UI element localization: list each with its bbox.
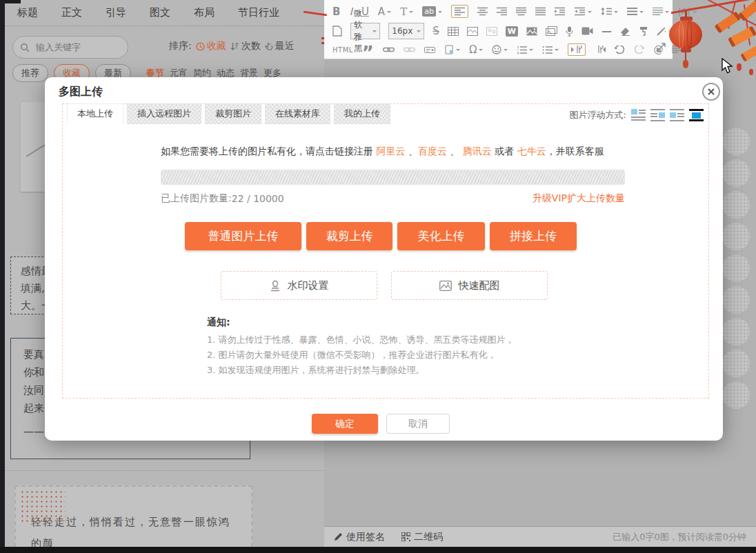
stamp-icon xyxy=(270,280,281,292)
highlight-icon[interactable]: ab xyxy=(422,6,442,17)
quick-picture-button[interactable]: 快速配图 xyxy=(391,271,548,300)
picture-icon xyxy=(439,281,452,291)
word-import-icon[interactable]: W xyxy=(506,26,518,37)
float-mode-label: 图片浮动方式: xyxy=(570,109,626,121)
strikethrough-icon[interactable]: S xyxy=(432,25,439,37)
sort-favorite[interactable]: 收藏 xyxy=(196,40,226,52)
align-right-icon[interactable] xyxy=(497,7,507,16)
menu-item-festival[interactable]: 节日行业 xyxy=(238,6,279,19)
undo-icon[interactable] xyxy=(615,46,625,54)
aliyun-link[interactable]: 阿里云 xyxy=(376,145,405,157)
line-height-icon[interactable] xyxy=(601,7,618,16)
align-center-icon[interactable] xyxy=(477,7,488,16)
tab-local-upload[interactable]: 本地上传 xyxy=(67,103,123,124)
word-count-stats: 已输入0字0图，预计阅读需0分钟 xyxy=(613,531,746,543)
video-icon[interactable] xyxy=(581,27,593,35)
anchor-tag-icon[interactable] xyxy=(424,46,435,54)
sort-desc-icon xyxy=(230,42,239,51)
menu-item-layout[interactable]: 布局 xyxy=(194,6,215,19)
sort-label: 排序: xyxy=(169,40,192,52)
uploaded-count-label: 已上传图片数量: xyxy=(161,192,232,205)
sort-count[interactable]: 次数 xyxy=(230,40,261,52)
logo-fragment xyxy=(321,37,324,39)
format-brush-icon[interactable] xyxy=(639,26,648,36)
baiduyun-link[interactable]: 百度云 xyxy=(418,145,447,157)
redo-icon[interactable] xyxy=(634,46,644,54)
blockquote-icon[interactable]: ” xyxy=(362,50,374,57)
hand-icon xyxy=(265,42,273,51)
float-right-icon[interactable] xyxy=(650,109,665,121)
align-left-icon[interactable] xyxy=(451,5,468,18)
wechat-image-icon[interactable] xyxy=(486,27,497,36)
text-style-icon[interactable]: T xyxy=(400,6,413,18)
bold-icon[interactable]: B xyxy=(332,6,340,18)
remove-indent-icon[interactable] xyxy=(595,46,606,54)
table-icon[interactable] xyxy=(448,27,459,36)
tab-online-library[interactable]: 在线素材库 xyxy=(265,103,330,124)
link-icon[interactable] xyxy=(383,46,395,53)
indent-less-icon[interactable] xyxy=(575,7,592,16)
search-box[interactable] xyxy=(12,36,128,59)
new-document-icon[interactable] xyxy=(332,26,342,37)
align-full-icon[interactable] xyxy=(535,7,546,16)
italic-icon[interactable]: I xyxy=(349,6,352,18)
html-source-icon[interactable]: HTML xyxy=(332,46,353,54)
cancel-button[interactable]: 取消 xyxy=(386,414,450,434)
unlink-icon[interactable] xyxy=(404,46,415,53)
unordered-list-icon[interactable] xyxy=(542,46,559,54)
watermark-settings-button[interactable]: 水印设置 xyxy=(221,271,377,300)
uploaded-count-value: 22 / 10000 xyxy=(232,193,284,204)
first-line-indent-icon[interactable] xyxy=(568,43,586,56)
tab-crop-image[interactable]: 裁剪图片 xyxy=(205,103,261,124)
upgrade-vip-link[interactable]: 升级VIP扩大上传数量 xyxy=(533,192,625,205)
tencentyun-link[interactable]: 腾讯云 xyxy=(463,145,492,157)
signature-button[interactable]: 使用签名 xyxy=(334,531,385,543)
float-block-icon[interactable] xyxy=(689,109,704,121)
dots-decoration xyxy=(20,490,66,524)
crop-upload-button[interactable]: 裁剪上传 xyxy=(306,222,392,250)
filter-pill-recommend[interactable]: 推荐 xyxy=(12,64,48,82)
eraser-icon[interactable] xyxy=(620,27,630,36)
horizontal-rule-icon[interactable]: — xyxy=(601,25,612,37)
search-icon xyxy=(20,43,30,52)
fullscreen-icon[interactable] xyxy=(657,43,666,52)
microphone-icon[interactable] xyxy=(566,26,573,37)
letter-spacing-icon[interactable] xyxy=(653,7,669,16)
float-left-icon[interactable] xyxy=(631,109,646,121)
font-size-select[interactable]: 16px xyxy=(388,23,424,39)
logo-fragment xyxy=(321,42,324,44)
qrcode-button[interactable]: 二维码 xyxy=(401,531,443,543)
app-root: 标题 正文 引导 图文 布局 节日行业 排序: 收藏 次数 xyxy=(0,0,756,553)
search-input[interactable] xyxy=(34,41,113,53)
float-inline-icon[interactable] xyxy=(670,109,684,121)
insert-image-icon[interactable] xyxy=(526,27,537,36)
emoji-icon[interactable] xyxy=(492,45,508,54)
indent-more-icon[interactable] xyxy=(555,7,566,16)
font-color-icon[interactable]: A xyxy=(378,6,391,18)
align-justify-icon[interactable] xyxy=(516,7,526,16)
beautify-upload-button[interactable]: 美化上传 xyxy=(397,222,485,250)
sort-recent[interactable]: 最近 xyxy=(265,40,295,52)
citation-dash: —— xyxy=(23,423,44,441)
stitch-upload-button[interactable]: 拼接上传 xyxy=(490,222,577,250)
menu-item-title[interactable]: 标题 xyxy=(17,6,38,19)
font-family-select[interactable]: 微软雅黑 xyxy=(350,23,380,39)
close-icon[interactable] xyxy=(702,83,720,101)
window-top-edge xyxy=(0,0,21,3)
notice-title: 通知: xyxy=(207,316,515,329)
tab-my-uploads[interactable]: 我的上传 xyxy=(334,103,390,124)
page-break-icon[interactable] xyxy=(444,45,460,54)
paragraph-spacing-icon[interactable] xyxy=(627,7,644,16)
image-grid-icon[interactable] xyxy=(467,27,478,36)
confirm-button[interactable]: 确定 xyxy=(312,414,378,434)
menu-item-imagetext[interactable]: 图文 xyxy=(150,6,170,19)
normal-upload-button[interactable]: 普通图片上传 xyxy=(185,222,301,250)
special-char-icon[interactable]: Ω xyxy=(469,43,483,56)
multi-image-icon[interactable] xyxy=(546,26,557,36)
menu-item-guide[interactable]: 引导 xyxy=(106,6,126,19)
tab-remote-image[interactable]: 插入远程图片 xyxy=(127,103,201,124)
menu-item-body[interactable]: 正文 xyxy=(61,6,82,19)
ordered-list-icon[interactable] xyxy=(517,46,533,54)
qiniuyun-link[interactable]: 七牛云 xyxy=(517,145,546,157)
template-card-quote[interactable]: 轻轻走过，悄悄看过，无意瞥一眼惊鸿的颜 色，随着巷口的老猫湮没在无声中，爱这 xyxy=(14,485,252,553)
